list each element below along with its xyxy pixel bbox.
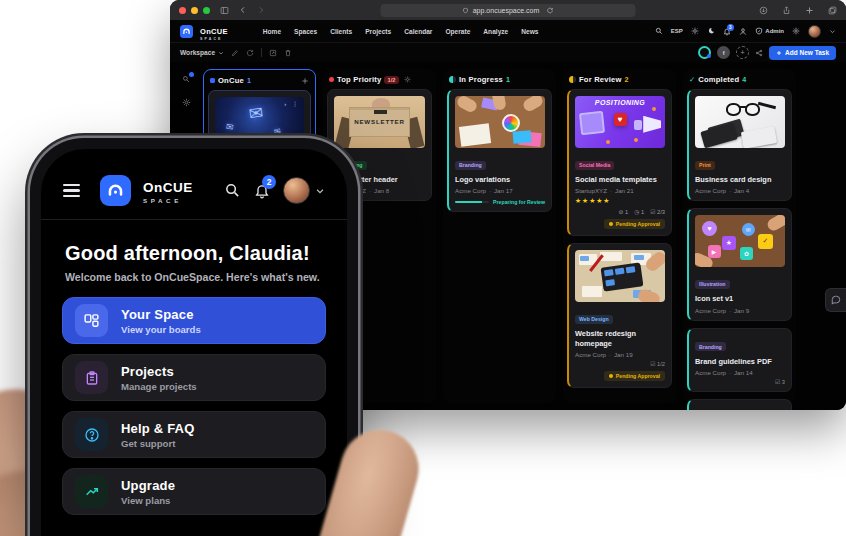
add-member-button[interactable]: + (736, 46, 749, 59)
hamburger-menu-icon[interactable] (63, 184, 80, 198)
due-date: Jan 9 (734, 307, 749, 314)
notification-count-badge: 3 (727, 24, 734, 31)
task-card[interactable]: Web Design Website redesign homepage Acm… (567, 243, 672, 388)
tag-badge: Illustration (695, 280, 730, 289)
history-icon[interactable] (246, 49, 254, 57)
feedback-fab-button[interactable] (825, 288, 846, 312)
task-card[interactable]: Branding Brand guidelines PDF Acme Corp … (687, 328, 792, 392)
profile-avatar[interactable] (283, 177, 310, 204)
column-in-progress: In Progress 1 Branding Logo variations A… (443, 69, 556, 403)
sidebar-toggle-icon[interactable] (220, 6, 229, 15)
checklist-count: ☑ 3 (695, 379, 785, 385)
greeting-subtitle: Welcome back to OnCueSpace. Here's what'… (65, 271, 323, 283)
card-meta: Acme Corp Jan 9 (695, 307, 785, 314)
share-icon[interactable] (782, 6, 791, 15)
card-meta: Acme Corp Jan 17 (455, 187, 545, 194)
checklist-count: ☑ 1/2 (575, 361, 665, 367)
card-hover-actions[interactable]: › ⋮ (284, 100, 300, 107)
plus-icon (776, 50, 782, 56)
card-title: Website redesign homepage (575, 329, 665, 348)
settings-gear-icon[interactable] (792, 27, 800, 35)
add-card-icon[interactable] (301, 77, 309, 85)
progress-row: Preparing for Review (455, 199, 545, 205)
share-board-icon[interactable] (755, 49, 763, 57)
workspace-owner-avatar[interactable] (698, 46, 711, 59)
progress-bar (455, 201, 489, 203)
rating-stars[interactable]: ★★★★★ (575, 197, 665, 205)
zoom-window-button[interactable] (203, 7, 210, 14)
envelope-icon: ✉ (273, 126, 282, 136)
progress-status: Preparing for Review (493, 199, 545, 205)
phone-mockup: OnCUE SPACE 2 (30, 138, 358, 536)
filters-icon[interactable] (182, 75, 191, 84)
dark-mode-icon[interactable] (707, 27, 715, 35)
downloads-icon[interactable] (759, 6, 768, 15)
phone-screen: OnCUE SPACE 2 (41, 149, 347, 536)
card-meta: Acme Corp Jan 19 (575, 351, 665, 358)
nav-clients[interactable]: Clients (330, 28, 352, 35)
close-window-button[interactable] (179, 7, 186, 14)
positioning-title-text: POSITIONING (575, 99, 665, 106)
reload-icon[interactable] (546, 7, 553, 14)
brand-wordmark: OnCUE SPACE (200, 21, 228, 42)
light-mode-icon[interactable] (691, 27, 699, 35)
chevron-down-icon[interactable] (315, 186, 325, 196)
back-button[interactable] (239, 6, 247, 14)
minimize-window-button[interactable] (191, 7, 198, 14)
member-avatar[interactable]: f (717, 46, 730, 59)
column-count: 4 (742, 75, 746, 84)
column-title: Top Priority (337, 75, 381, 84)
column-count: 1 (247, 76, 251, 85)
notifications-bell-icon[interactable]: 2 (254, 182, 270, 199)
column-for-review: For Review 2 POSITIONING ♥ Social Media … (563, 69, 676, 403)
nav-projects[interactable]: Projects (365, 28, 391, 35)
task-card[interactable]: POSITIONING ♥ Social Media Social media … (567, 89, 672, 236)
nav-calendar[interactable]: Calendar (404, 28, 432, 35)
nav-news[interactable]: News (521, 28, 538, 35)
nav-operate[interactable]: Operate (445, 28, 470, 35)
icon-set-image: ♥★✉ ✓▶✿ (695, 215, 785, 267)
due-date: Jan 4 (734, 187, 749, 194)
menu-item-help-faq[interactable]: Help & FAQ Get support (62, 411, 326, 458)
notifications-bell-icon[interactable]: 3 (723, 27, 731, 36)
envelope-icon: ✉ (247, 102, 264, 125)
forward-button[interactable] (257, 6, 265, 14)
tab-overview-icon[interactable] (828, 6, 837, 15)
menu-item-projects[interactable]: Projects Manage projects (62, 354, 326, 401)
board-settings-icon[interactable] (182, 98, 191, 107)
user-icon[interactable] (739, 27, 747, 36)
export-icon[interactable] (269, 49, 277, 57)
menu-item-upgrade[interactable]: Upgrade View plans (62, 468, 326, 515)
task-card[interactable]: Branding Logo variations Acme Corp Jan 1… (447, 89, 552, 212)
menu-item-your-space[interactable]: Your Space View your boards (62, 297, 326, 344)
search-icon[interactable] (655, 27, 663, 35)
column-status-icon (449, 76, 456, 83)
search-icon[interactable] (224, 182, 241, 199)
language-selector[interactable]: ESP (671, 28, 683, 34)
nav-home[interactable]: Home (263, 28, 281, 35)
edit-pencil-icon[interactable] (231, 49, 239, 57)
tag-badge: Social Media (575, 161, 614, 170)
card-title: Icon set v1 (695, 294, 785, 303)
wireframe-image (575, 250, 665, 302)
nav-analyze[interactable]: Analyze (483, 28, 508, 35)
top-priority-section-header: Top Priority 1 View (41, 525, 347, 536)
address-bar[interactable]: app.oncuespace.com (381, 4, 636, 17)
oncue-logo-icon[interactable] (180, 25, 193, 38)
task-card[interactable]: Marketing Pitch deck template StartupXYZ… (687, 399, 792, 410)
column-settings-icon[interactable] (404, 76, 411, 83)
chevron-down-icon[interactable] (829, 28, 836, 35)
due-date: Jan 8 (374, 187, 389, 194)
workspace-selector[interactable]: Workspace (180, 49, 224, 56)
menu-item-subtitle: Get support (121, 438, 195, 449)
task-card[interactable]: Print Business card design Acme Corp Jan… (687, 89, 792, 201)
client-name: Acme Corp (695, 187, 726, 194)
trash-icon[interactable] (284, 49, 292, 57)
nav-spaces[interactable]: Spaces (294, 28, 317, 35)
column-title: In Progress (459, 75, 503, 84)
add-new-task-button[interactable]: Add New Task (769, 46, 836, 60)
task-card[interactable]: ♥★✉ ✓▶✿ Illustration Icon set v1 Acme Co… (687, 208, 792, 320)
new-tab-icon[interactable] (805, 6, 814, 15)
admin-role-badge[interactable]: Admin (755, 27, 784, 35)
profile-avatar[interactable] (808, 25, 821, 38)
